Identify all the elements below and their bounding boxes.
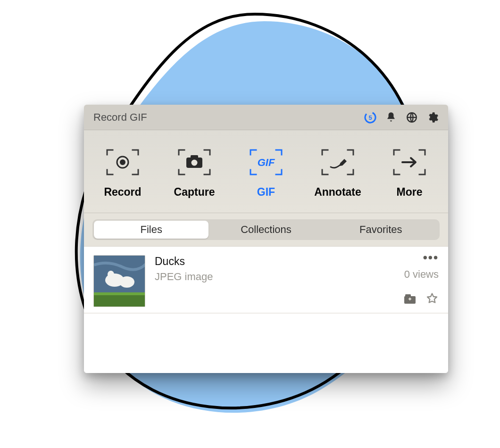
svg-rect-6 [191,155,198,159]
star-icon[interactable] [425,292,439,307]
record-icon [104,148,141,176]
tool-annotate-label: Annotate [314,186,361,199]
svg-point-4 [120,159,125,165]
svg-rect-10 [94,294,145,307]
tool-more[interactable]: More [374,148,445,199]
file-thumbnail [93,255,145,307]
file-list: Ducks JPEG image ••• 0 views [84,246,448,373]
gif-icon: GIF [248,148,284,176]
arrow-right-icon [391,148,428,176]
tool-gif-label: GIF [257,186,275,199]
titlebar: Record GIF 5 [84,105,448,130]
list-item[interactable]: Ducks JPEG image ••• 0 views [84,247,448,314]
titlebar-actions: 5 [363,110,440,124]
file-views: 0 views [404,268,439,281]
svg-text:GIF: GIF [258,157,275,168]
file-type: JPEG image [155,271,213,283]
countdown-timer-icon[interactable]: 5 [363,110,377,124]
app-window: Record GIF 5 [84,105,448,373]
tab-files-label: Files [140,224,162,236]
svg-rect-18 [409,298,410,300]
tab-favorites-label: Favorites [359,224,402,236]
svg-point-13 [119,276,134,288]
pencil-icon [319,148,356,176]
window-title: Record GIF [93,111,363,124]
tab-favorites[interactable]: Favorites [324,221,438,239]
file-name: Ducks [155,255,213,268]
tool-more-label: More [397,186,423,199]
segment-control: Files Collections Favorites [92,219,440,240]
tool-gif[interactable]: GIF GIF [231,148,301,199]
svg-point-14 [108,271,114,278]
tool-capture-label: Capture [174,186,215,199]
main-toolbar: Record Capture GIF GIF [84,130,448,213]
gear-icon[interactable] [425,110,440,124]
camera-icon [176,148,213,176]
tab-collections[interactable]: Collections [208,221,323,239]
tool-record[interactable]: Record [87,148,158,199]
tab-collections-label: Collections [241,224,292,236]
tool-record-label: Record [104,186,141,199]
add-to-collection-icon[interactable] [403,292,417,307]
svg-point-7 [192,160,198,166]
tool-annotate[interactable]: Annotate [302,148,373,199]
svg-rect-11 [94,292,145,295]
svg-text:5: 5 [368,114,372,121]
svg-rect-16 [405,294,411,297]
file-info: Ducks JPEG image ••• 0 views [155,255,439,307]
bell-icon[interactable] [384,110,398,124]
tool-capture[interactable]: Capture [159,148,230,199]
tab-files[interactable]: Files [94,221,208,239]
more-options-icon[interactable]: ••• [404,255,439,260]
segment-bar: Files Collections Favorites [84,213,448,246]
globe-icon[interactable] [405,110,419,124]
